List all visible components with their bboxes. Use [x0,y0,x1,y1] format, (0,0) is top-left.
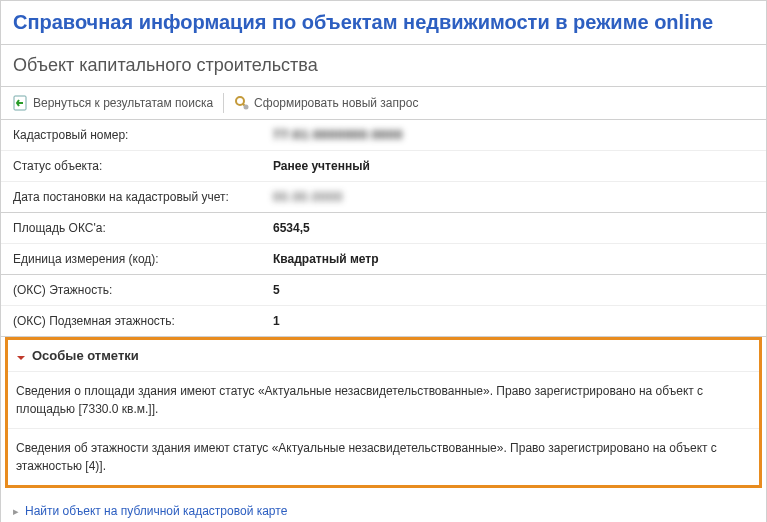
note-item: Сведения об этажности здания имеют стату… [8,429,759,485]
field-row-reg-date: Дата постановки на кадастровый учет: 00.… [1,182,766,213]
field-value: 1 [273,314,754,328]
field-value: Ранее учтенный [273,159,754,173]
field-label: Дата постановки на кадастровый учет: [13,190,273,204]
new-request-button[interactable]: Сформировать новый запрос [234,95,418,111]
field-label: Единица измерения (код): [13,252,273,266]
find-on-map-link[interactable]: Найти объект на публичной кадастровой ка… [25,504,287,518]
note-item: Сведения о площади здания имеют статус «… [8,372,759,429]
field-row-unit: Единица измерения (код): Квадратный метр [1,244,766,275]
field-value: 5 [273,283,754,297]
special-notes-title: Особые отметки [32,348,139,363]
svg-point-2 [244,105,249,110]
field-value: Квадратный метр [273,252,754,266]
new-request-label: Сформировать новый запрос [254,96,418,110]
field-label: Площадь ОКС'a: [13,221,273,235]
field-row-area: Площадь ОКС'a: 6534,5 [1,213,766,244]
details-section: Кадастровый номер: 77:01:0000000:0000 Ст… [1,120,766,337]
field-row-underground-floors: (ОКС) Подземная этажность: 1 [1,306,766,337]
special-notes-header[interactable]: Особые отметки [8,340,759,372]
page-container: Справочная информация по объектам недвиж… [0,0,767,522]
back-arrow-icon [13,95,29,111]
svg-point-1 [236,97,244,105]
map-link-row: ▸ Найти объект на публичной кадастровой … [1,496,766,522]
field-value-blurred: 77:01:0000000:0000 [273,128,754,142]
toolbar-separator [223,93,224,113]
caret-down-icon [16,351,26,361]
field-row-floors: (ОКС) Этажность: 5 [1,275,766,306]
back-label: Вернуться к результатам поиска [33,96,213,110]
field-row-status: Статус объекта: Ранее учтенный [1,151,766,182]
field-label: (ОКС) Подземная этажность: [13,314,273,328]
field-label: Статус объекта: [13,159,273,173]
field-row-cadastral-number: Кадастровый номер: 77:01:0000000:0000 [1,120,766,151]
field-value: 6534,5 [273,221,754,235]
toolbar-top: Вернуться к результатам поиска Сформиров… [1,87,766,120]
field-value-blurred: 00.00.0000 [273,190,754,204]
special-notes-panel: Особые отметки Сведения о площади здания… [5,337,762,488]
field-label: Кадастровый номер: [13,128,273,142]
page-title: Справочная информация по объектам недвиж… [1,1,766,45]
search-gear-icon [234,95,250,111]
field-label: (ОКС) Этажность: [13,283,273,297]
back-to-results-button[interactable]: Вернуться к результатам поиска [13,95,213,111]
object-type-title: Объект капитального строительства [1,45,766,87]
chevron-right-icon: ▸ [13,505,19,518]
